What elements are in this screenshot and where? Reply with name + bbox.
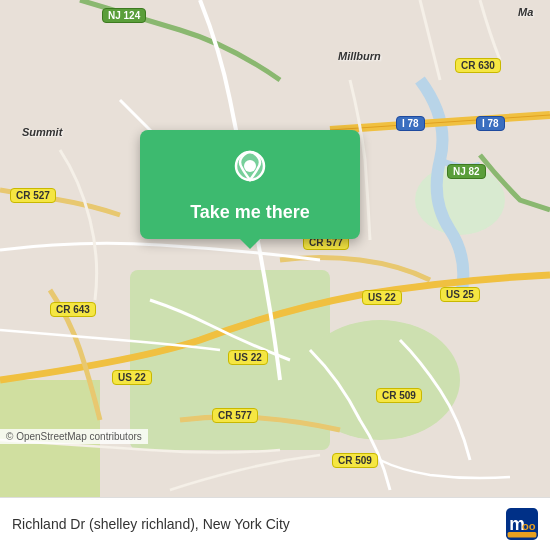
road-badge-us22-1: US 22 bbox=[362, 290, 402, 305]
moovit-logo: m oo bbox=[506, 508, 538, 540]
take-me-there-label: Take me there bbox=[190, 202, 310, 223]
road-badge-us22-4: US 22 bbox=[228, 350, 268, 365]
place-label-millburn: Millburn bbox=[338, 50, 381, 62]
road-badge-i78-1: I 78 bbox=[396, 116, 425, 131]
bottom-bar: Richland Dr (shelley richland), New York… bbox=[0, 497, 550, 550]
road-badge-us22-2: US 25 bbox=[440, 287, 480, 302]
road-badge-cr527: CR 527 bbox=[10, 188, 56, 203]
place-label-ma: Ma bbox=[518, 6, 533, 18]
svg-text:oo: oo bbox=[522, 520, 536, 532]
road-badge-cr577-2: CR 577 bbox=[212, 408, 258, 423]
road-badge-nj82: NJ 82 bbox=[447, 164, 486, 179]
moovit-logo-icon: m oo bbox=[506, 508, 538, 540]
road-badge-i78-2: I 78 bbox=[476, 116, 505, 131]
road-badge-cr509-2: CR 509 bbox=[332, 453, 378, 468]
location-pin-icon bbox=[228, 148, 272, 192]
place-label-summit: Summit bbox=[22, 126, 62, 138]
road-badge-cr643: CR 643 bbox=[50, 302, 96, 317]
take-me-there-button[interactable]: Take me there bbox=[140, 130, 360, 239]
svg-point-2 bbox=[300, 320, 460, 440]
road-badge-us22-3: US 22 bbox=[112, 370, 152, 385]
svg-point-6 bbox=[244, 160, 256, 172]
map-svg bbox=[0, 0, 550, 497]
road-badge-nj124: NJ 124 bbox=[102, 8, 146, 23]
map-attribution: © OpenStreetMap contributors bbox=[0, 429, 148, 444]
svg-rect-10 bbox=[508, 532, 537, 538]
road-badge-cr630: CR 630 bbox=[455, 58, 501, 73]
location-label: Richland Dr (shelley richland), New York… bbox=[12, 516, 290, 532]
road-badge-cr509-1: CR 509 bbox=[376, 388, 422, 403]
map-container: NJ 124 CR 630 I 78 I 78 NJ 82 CR 527 CR … bbox=[0, 0, 550, 497]
